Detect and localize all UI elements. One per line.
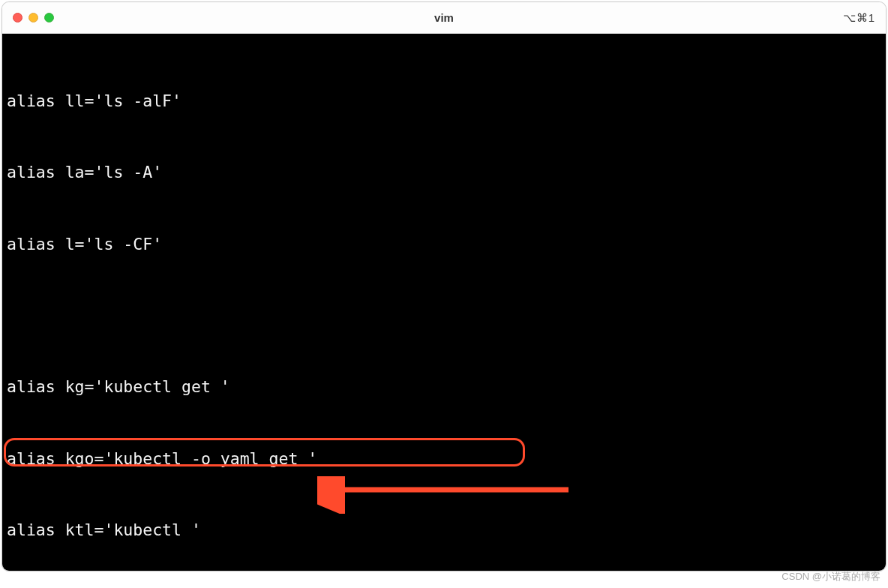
watermark: CSDN @小诺葛的博客	[782, 570, 880, 584]
window-shortcut: ⌥⌘1	[843, 11, 875, 25]
annotation-arrow-icon	[317, 476, 580, 514]
code-line: alias ll='ls -alF'	[7, 89, 881, 113]
code-line: alias kgo='kubectl -o yaml get '	[7, 447, 881, 471]
titlebar: vim ⌥⌘1	[2, 2, 886, 34]
traffic-lights	[13, 13, 54, 22]
window-title: vim	[434, 11, 454, 24]
maximize-button[interactable]	[44, 13, 54, 22]
code-line	[7, 304, 881, 328]
code-line: alias la='ls -A'	[7, 160, 881, 184]
code-line: alias l='ls -CF'	[7, 232, 881, 256]
code-line: alias ktl='kubectl '	[7, 518, 881, 542]
code-line: alias kg='kubectl get '	[7, 375, 881, 399]
minimize-button[interactable]	[28, 13, 38, 22]
terminal-window: vim ⌥⌘1 alias ll='ls -alF' alias la='ls …	[2, 2, 886, 572]
terminal-content[interactable]: alias ll='ls -alF' alias la='ls -A' alia…	[2, 34, 886, 571]
close-button[interactable]	[13, 13, 22, 22]
